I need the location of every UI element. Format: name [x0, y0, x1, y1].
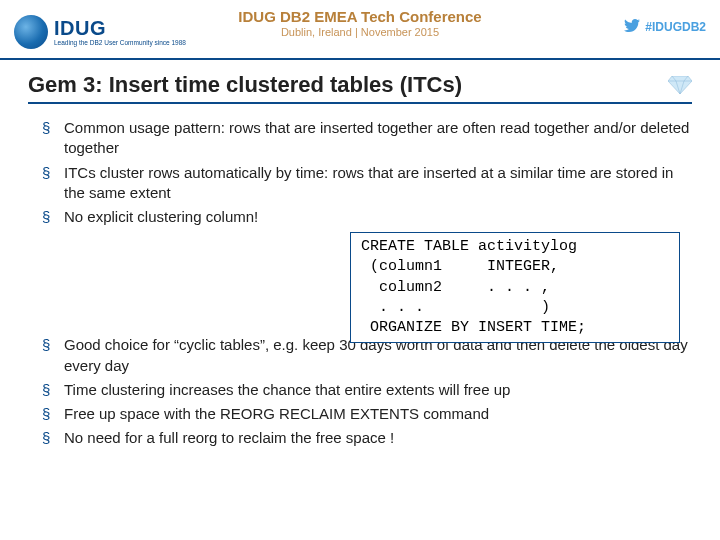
globe-icon: [14, 15, 48, 49]
bullet-list-2: Good choice for “cyclic tables”, e.g. ke…: [28, 335, 692, 448]
logo-main: IDUG: [54, 18, 186, 38]
idug-logo: IDUG Leading the DB2 User Community sinc…: [14, 15, 186, 49]
diamond-icon: [668, 76, 692, 94]
hashtag-block: #IDUGDB2: [624, 18, 706, 36]
logo-text: IDUG Leading the DB2 User Community sinc…: [54, 18, 186, 47]
bullet-list-1: Common usage pattern: rows that are inse…: [28, 118, 692, 227]
slide-title-row: Gem 3: Insert time clustered tables (ITC…: [28, 72, 692, 104]
bullet-item: Free up space with the REORG RECLAIM EXT…: [42, 404, 692, 424]
bullet-item: No need for a full reorg to reclaim the …: [42, 428, 692, 448]
sql-code-box: CREATE TABLE activitylog (column1 INTEGE…: [350, 232, 680, 343]
slide-title: Gem 3: Insert time clustered tables (ITC…: [28, 72, 660, 98]
slide-header: IDUG Leading the DB2 User Community sinc…: [0, 0, 720, 60]
conference-subtitle: Dublin, Ireland | November 2015: [238, 26, 481, 38]
svg-marker-0: [668, 76, 692, 94]
twitter-icon: [624, 18, 640, 36]
bullet-item: Time clustering increases the chance tha…: [42, 380, 692, 400]
conference-title-block: IDUG DB2 EMEA Tech Conference Dublin, Ir…: [238, 8, 481, 38]
hashtag-text: #IDUGDB2: [645, 20, 706, 34]
bullet-item: Common usage pattern: rows that are inse…: [42, 118, 692, 159]
bullet-item: ITCs cluster rows automatically by time:…: [42, 163, 692, 204]
conference-title: IDUG DB2 EMEA Tech Conference: [238, 8, 481, 25]
logo-tagline: Leading the DB2 User Community since 198…: [54, 40, 186, 47]
bullet-item: No explicit clustering column!: [42, 207, 692, 227]
